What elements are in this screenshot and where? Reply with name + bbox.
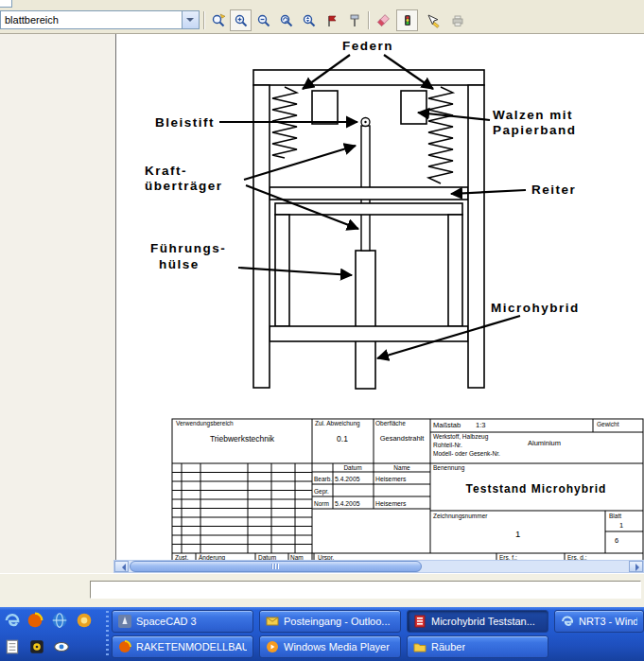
taskbar-button-spacecad[interactable]: SpaceCAD 3 [112,610,253,633]
tb-werkstoff-value: Aluminium [528,439,561,447]
scrollbar-track[interactable] [113,560,644,573]
tb-name-header: Name [393,464,410,471]
print-icon[interactable] [446,9,468,31]
tb-werkstoff-label: Werkstoff, Halbzeug [433,433,489,441]
eye-icon[interactable] [53,638,70,655]
quick-launch-divider[interactable] [106,611,109,657]
tb-massstab-label: Maßstab [433,421,461,429]
taskbar-button-label: Räuber [431,641,465,652]
tb-oberflaeche-value: Gesandstrahlt [380,434,426,443]
label-kraft-line1: Kraft- [145,164,187,178]
taskbar-button-raketenmodellbau[interactable]: RAKETENMODELLBAU... [112,635,253,658]
taskbar-button-label: SpaceCAD 3 [136,616,197,627]
taskbar-button-label: NRT3 - Windo... [579,616,637,627]
tb-abweichung-label: Zul. Abweichung [315,420,360,427]
tb-blatt-label: Blatt [609,513,621,519]
status-strip [0,573,644,608]
tb-zeichnungsnummer-label: Zeichnungsnummer [433,513,488,520]
tb-oberflaeche-label: Oberfläche [375,420,406,426]
globe-blue-icon[interactable] [51,612,68,629]
tb-bearb-datum: 5.4.2005 [335,476,360,482]
label-walzen-line1: Walzen mit [493,108,573,122]
tb-norm-label: Norm [314,500,329,507]
status-box [90,581,641,599]
sheet-area-combo[interactable]: blattbereich [0,10,200,29]
taskbar-button-label: Posteingang - Outloo... [284,616,391,627]
documents-icon[interactable] [4,638,21,655]
tb-norm-name: Heisemers [375,500,407,507]
tb-modell-label: Modell- oder Gesenk-Nr. [433,450,500,457]
label-bleistift: Bleistift [155,115,215,130]
horizontal-scrollbar [0,560,644,573]
tb-verwendung-label: Verwendungsbereich [176,420,234,427]
zoom-flag-icon[interactable] [321,9,342,31]
label-kraft-line2: überträger [145,179,223,193]
tb-rohteil-label: Rohteil-Nr. [433,442,462,448]
taskbar-button-label: Microhybrid Teststan... [431,616,535,627]
scrollbar-thumb[interactable] [130,561,422,572]
firefox-icon[interactable] [26,612,44,629]
label-fuehrung-line2: hülse [159,257,200,271]
taskbar-button-microhybrid[interactable]: Microhybrid Teststan... [407,610,548,633]
label-reiter: Reiter [531,183,576,197]
draw-pointer-icon[interactable] [422,9,444,31]
tb-abweichung-value: 0.1 [337,434,348,444]
label-walzen-line2: Papierband [493,123,577,137]
hazard-icon[interactable] [28,638,45,655]
tb-datum-header: Datum [343,464,361,471]
tb-blaetter-value: 6 [615,536,618,545]
taskbar-button-outlook[interactable]: Posteingang - Outloo... [259,610,401,633]
tb-norm-datum: 5.4.2005 [335,500,360,507]
annotation-icon[interactable] [343,9,365,31]
scroll-right-arrow-icon[interactable] [629,561,643,572]
sheet-area-combo-value[interactable]: blattbereich [1,11,182,28]
tb-blatt-value: 1 [619,521,623,530]
taskbar-button-raeuber[interactable]: Räuber [407,635,548,658]
tb-bearb-name: Heisemers [375,476,407,482]
tb-massstab-value: 1:3 [476,421,485,429]
zoom-dynamic-icon[interactable] [298,9,320,31]
label-fuehrung-line1: Führungs- [150,241,226,255]
tb-gepr-label: Gepr. [314,488,329,496]
globe-orange-icon[interactable] [76,612,93,629]
drawing-sheet[interactable]: Federn Bleistift Walzen mit Papierband K… [0,34,644,560]
tb-benennung-label: Benennung [433,464,465,472]
toolbar-separator [203,11,204,29]
taskbar-button-nrt3[interactable]: NRT3 - Windo... [554,610,644,633]
zoom-toolbar: blattbereich [0,8,644,34]
label-federn: Federn [342,39,393,53]
combo-dropdown-button[interactable] [182,11,199,28]
clipped-field-stub [0,0,12,8]
taskbar-button-label: RAKETENMODELLBAU... [136,641,247,652]
taskbar: SpaceCAD 3 Posteingang - Outloo... Micro… [0,607,644,661]
eraser-icon[interactable] [372,9,393,31]
zoom-in-icon[interactable] [230,9,252,31]
zoom-select-icon[interactable] [207,9,229,31]
tb-gewicht-label: Gewicht [597,421,619,427]
label-microhybrid: Microhybrid [491,301,580,315]
zoom-out-icon[interactable] [252,9,274,31]
top-partial-strip [0,0,644,8]
tb-benennung-value: Teststand Microhybrid [466,482,607,496]
tb-zeichnungsnummer-value: 1 [515,529,520,539]
traffic-light-icon[interactable] [396,9,418,31]
tb-bearb-label: Bearb. [314,476,332,482]
internet-explorer-icon[interactable] [4,612,21,629]
taskbar-button-media-player[interactable]: Windows Media Player [259,635,401,658]
zoom-previous-icon[interactable] [275,9,297,31]
scroll-left-arrow-icon[interactable] [114,561,129,572]
tb-verwendung-value: Triebwerkstechnik [210,434,275,444]
taskbar-button-label: Windows Media Player [284,641,390,652]
toolbar-separator [368,11,369,29]
